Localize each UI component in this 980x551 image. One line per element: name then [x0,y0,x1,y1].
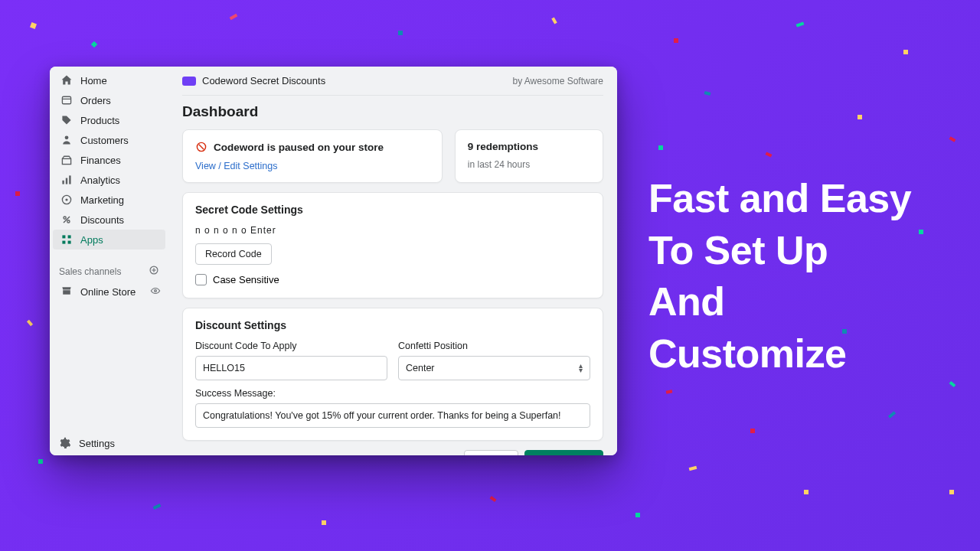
page-title: Dashboard [182,103,603,120]
redemptions-sub: in last 24 hours [468,159,590,170]
orders-icon [60,94,73,106]
svg-point-15 [155,290,157,292]
home-icon [60,74,73,86]
status-title-text: Codeword is paused on your store [214,142,384,153]
select-caret-icon: ▴▾ [579,364,583,373]
svg-rect-10 [62,235,65,238]
discount-settings-card: Discount Settings Discount Code To Apply… [182,308,603,441]
sidebar-item-analytics[interactable]: Analytics [53,170,165,190]
svg-rect-13 [68,241,71,244]
app-window: Home Orders Products Customers Finances … [50,67,617,455]
analytics-icon [60,174,73,186]
preview-button[interactable]: Preview [464,450,518,455]
svg-rect-4 [66,178,67,184]
svg-rect-11 [68,235,71,238]
sidebar-item-label: Finances [80,155,121,166]
svg-rect-2 [62,158,70,164]
discount-settings-title: Discount Settings [195,319,590,331]
svg-point-8 [64,217,66,219]
sidebar: Home Orders Products Customers Finances … [50,67,168,455]
status-card: Codeword is paused on your store View / … [182,129,443,183]
redemptions-card: 9 redemptions in last 24 hours [455,129,603,183]
app-title: Codeword Secret Discounts [202,75,325,86]
sidebar-item-label: Online Store [80,286,136,298]
sidebar-item-label: Apps [80,234,103,246]
sidebar-item-customers[interactable]: Customers [53,130,165,150]
products-icon [60,114,73,126]
sidebar-item-home[interactable]: Home [53,70,165,90]
main-content: Codeword Secret Discounts by Awesome Sof… [168,67,617,455]
view-edit-settings-link[interactable]: View / Edit Settings [195,161,430,171]
sidebar-item-label: Orders [80,95,111,106]
secret-code-title: Secret Code Settings [195,204,590,216]
sidebar-item-marketing[interactable]: Marketing [53,190,165,210]
sidebar-section-sales-channels: Sales channels [50,260,168,281]
svg-rect-0 [62,96,70,104]
settings-label: Settings [79,438,115,449]
app-byline: by Awesome Software [512,76,603,86]
apps-icon [60,233,73,246]
success-message-input[interactable] [195,403,590,428]
confetti-position-value: Center [406,363,435,373]
add-channel-icon[interactable] [149,265,159,278]
sidebar-settings[interactable]: Settings [50,431,168,455]
svg-rect-3 [62,181,64,184]
svg-point-9 [67,220,70,223]
success-message-label: Success Message: [195,388,590,399]
case-sensitive-label: Case Sensitive [213,274,279,285]
sidebar-item-label: Discounts [80,214,124,226]
app-badge-icon [182,77,196,86]
section-label: Sales channels [59,266,121,277]
sidebar-item-orders[interactable]: Orders [53,90,165,110]
sidebar-item-label: Customers [80,135,129,146]
sidebar-item-online-store[interactable]: Online Store [53,281,165,303]
store-icon [60,285,73,299]
secret-code-card: Secret Code Settings n o n o n o Enter R… [182,192,603,298]
finances-icon [60,154,73,166]
svg-point-1 [65,135,69,139]
record-code-button[interactable]: Record Code [195,243,272,265]
sidebar-item-apps[interactable]: Apps [53,230,165,249]
svg-point-7 [65,198,67,201]
marketing-headline: Fast and Easy To Set Up And Customize [648,173,911,380]
discount-code-label: Discount Code To Apply [195,341,387,351]
paused-icon [195,141,207,153]
discount-code-input[interactable] [195,356,387,380]
sidebar-item-label: Products [80,115,119,126]
code-sequence: n o n o n o Enter [195,225,590,236]
confetti-position-select[interactable]: Center ▴▾ [398,356,590,380]
discounts-icon [60,214,73,226]
preview-store-icon[interactable] [150,285,161,298]
sidebar-item-discounts[interactable]: Discounts [53,210,165,230]
confetti-position-label: Confetti Position [398,341,590,351]
svg-rect-12 [62,241,65,244]
customers-icon [60,134,73,146]
sidebar-item-label: Marketing [80,194,124,206]
sidebar-item-products[interactable]: Products [53,110,165,130]
sidebar-item-label: Analytics [80,174,120,186]
redemptions-title: 9 redemptions [468,141,590,152]
sidebar-item-label: Home [80,75,107,86]
svg-rect-5 [69,175,70,184]
gear-icon [59,437,71,449]
sidebar-item-finances[interactable]: Finances [53,150,165,170]
action-bar: Preview Save Settings [182,450,603,455]
case-sensitive-checkbox[interactable] [195,274,207,285]
marketing-icon [60,194,73,206]
app-header: Codeword Secret Discounts by Awesome Sof… [182,67,603,96]
save-settings-button[interactable]: Save Settings [524,450,603,455]
